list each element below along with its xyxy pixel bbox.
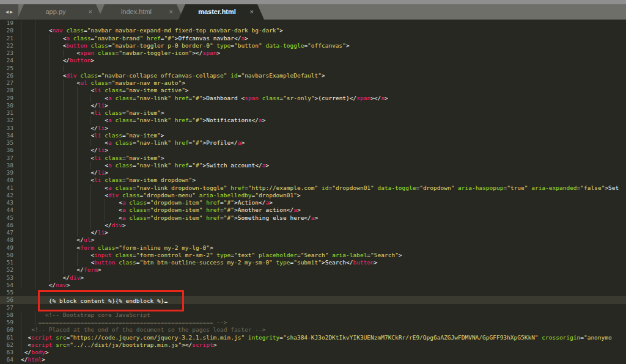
code-line[interactable]: 60<!-- Placed at the end of the document… (0, 326, 626, 333)
code-line[interactable]: 29<a class="nav-link" href="#">Dashboard… (0, 95, 626, 102)
line-number[interactable]: 53 (0, 274, 17, 282)
tab-master-html[interactable]: master.html × (179, 4, 264, 20)
line-number[interactable]: 55 (0, 289, 17, 296)
line-number[interactable]: 26 (0, 72, 17, 79)
code-line[interactable]: 53</div> (0, 274, 626, 282)
line-number[interactable]: 64 (0, 356, 17, 363)
line-number[interactable]: 45 (0, 214, 17, 222)
code-line[interactable]: 32<a class="nav-link" href="#">Notificat… (0, 117, 626, 124)
code-line[interactable]: 35<a class="nav-link" href="#">Profile</… (0, 139, 626, 147)
line-number[interactable]: 34 (0, 132, 17, 139)
line-number[interactable]: 43 (0, 199, 17, 206)
line-number[interactable]: 23 (0, 49, 17, 57)
line-number[interactable]: 58 (0, 311, 17, 319)
code-line[interactable]: 44<a class="dropdown-item" href="#">Anot… (0, 206, 626, 214)
line-number[interactable]: 59 (0, 319, 17, 326)
code-line[interactable]: 41<a class="nav-link dropdown-toggle" hr… (0, 184, 626, 192)
code-line[interactable]: 27<ul class="navbar-nav mr-auto"> (0, 79, 626, 87)
code-line[interactable]: 39</li> (0, 169, 626, 177)
line-number[interactable]: 47 (0, 229, 17, 236)
code-line[interactable]: 30</li> (0, 102, 626, 109)
line-number[interactable]: 44 (0, 206, 17, 214)
code-line[interactable]: 64</html> (0, 356, 626, 363)
code-line[interactable]: 54</nav> (0, 282, 626, 289)
line-number[interactable]: 31 (0, 109, 17, 117)
line-number[interactable]: 41 (0, 184, 17, 192)
code-line[interactable]: 47</li> (0, 229, 626, 236)
line-number[interactable]: 22 (0, 42, 17, 49)
tab-scroll-arrows[interactable]: ◀ ▶ (0, 4, 18, 20)
close-icon[interactable]: × (169, 4, 173, 20)
code-line[interactable]: 50<input class="form-control mr-sm-2" ty… (0, 252, 626, 259)
code-line[interactable]: 63</body> (0, 349, 626, 356)
line-number[interactable]: 21 (0, 35, 17, 42)
code-line[interactable]: 28<li class="nav-item active"> (0, 87, 626, 94)
code-line[interactable]: 33</li> (0, 125, 626, 132)
line-number[interactable]: 24 (0, 57, 17, 64)
line-number[interactable]: 46 (0, 222, 17, 229)
line-number[interactable]: 28 (0, 87, 17, 94)
code-line[interactable]: 20<nav class="navbar navbar-expand-md fi… (0, 27, 626, 34)
line-number[interactable]: 57 (0, 304, 17, 311)
code-line[interactable]: 51<button class="btn btn-outline-success… (0, 259, 626, 266)
close-icon[interactable]: × (250, 4, 254, 20)
code-line[interactable]: 31<li class="nav-item"> (0, 109, 626, 117)
line-number[interactable]: 27 (0, 79, 17, 87)
line-number[interactable]: 62 (0, 341, 17, 349)
code-line[interactable]: 61<script src="https://code.jquery.com/j… (0, 334, 626, 341)
line-number[interactable]: 49 (0, 244, 17, 252)
line-number[interactable]: 19 (0, 20, 17, 27)
line-number[interactable]: 52 (0, 266, 17, 274)
line-number[interactable]: 63 (0, 349, 17, 356)
line-number[interactable]: 33 (0, 125, 17, 132)
forward-arrow-icon[interactable]: ▶ (10, 4, 13, 20)
code-line[interactable]: 25 (0, 65, 626, 72)
line-number[interactable]: 20 (0, 27, 17, 34)
line-number[interactable]: 42 (0, 192, 17, 199)
line-number[interactable]: 29 (0, 95, 17, 102)
code-line[interactable]: 26<div class="navbar-collapse offcanvas-… (0, 72, 626, 79)
line-number[interactable]: 60 (0, 326, 17, 333)
code-line[interactable]: 24</button> (0, 57, 626, 64)
code-editor[interactable]: 1920<nav class="navbar navbar-expand-md … (0, 20, 626, 364)
line-number[interactable]: 50 (0, 252, 17, 259)
line-number[interactable]: 54 (0, 282, 17, 289)
line-number[interactable]: 38 (0, 162, 17, 169)
code-line[interactable]: 43<a class="dropdown-item" href="#">Acti… (0, 199, 626, 206)
code-line[interactable]: 36</li> (0, 147, 626, 154)
code-line[interactable]: 37<li class="nav-item"> (0, 155, 626, 162)
code-line[interactable]: 49<form class="form-inline my-2 my-lg-0"… (0, 244, 626, 252)
line-number[interactable]: 37 (0, 155, 17, 162)
line-number[interactable]: 25 (0, 65, 17, 72)
code-line[interactable]: 21<a class="navbar-brand" href="#">Offca… (0, 35, 626, 42)
code-line[interactable]: 19 (0, 20, 626, 27)
line-number[interactable]: 56 (0, 296, 17, 304)
line-number[interactable]: 40 (0, 177, 17, 184)
code-line[interactable]: 59======================================… (0, 319, 626, 326)
line-number[interactable]: 30 (0, 102, 17, 109)
code-line[interactable]: 56{% block content %}{% endblock %} (0, 296, 626, 304)
tab-index-html[interactable]: index.html × (98, 4, 183, 20)
code-line[interactable]: 48</ul> (0, 236, 626, 244)
line-number[interactable]: 32 (0, 117, 17, 124)
line-number[interactable]: 39 (0, 169, 17, 177)
code-line[interactable]: 23<span class="navbar-toggler-icon"></sp… (0, 49, 626, 57)
tab-app-py[interactable]: app.py × (17, 4, 103, 20)
line-number[interactable]: 48 (0, 236, 17, 244)
line-number[interactable]: 61 (0, 334, 17, 341)
code-line[interactable]: 62<script src="../../dist/js/bootstrap.m… (0, 341, 626, 349)
line-number[interactable]: 51 (0, 259, 17, 266)
code-line[interactable]: 42<div class="dropdown-menu" aria-labell… (0, 192, 626, 199)
code-line[interactable]: 34<li class="nav-item"> (0, 132, 626, 139)
code-line[interactable]: 46</div> (0, 222, 626, 229)
code-line[interactable]: 57 (0, 304, 626, 311)
line-number[interactable]: 35 (0, 139, 17, 147)
back-arrow-icon[interactable]: ◀ (6, 4, 9, 20)
code-line[interactable]: 55 (0, 289, 626, 296)
code-line[interactable]: 45<a class="dropdown-item" href="#">Some… (0, 214, 626, 222)
code-line[interactable]: 40<li class="nav-item dropdown"> (0, 177, 626, 184)
close-icon[interactable]: × (89, 4, 92, 20)
code-line[interactable]: 22<button class="navbar-toggler p-0 bord… (0, 42, 626, 49)
line-number[interactable]: 36 (0, 147, 17, 154)
code-line[interactable]: 38<a class="nav-link" href="#">Switch ac… (0, 162, 626, 169)
